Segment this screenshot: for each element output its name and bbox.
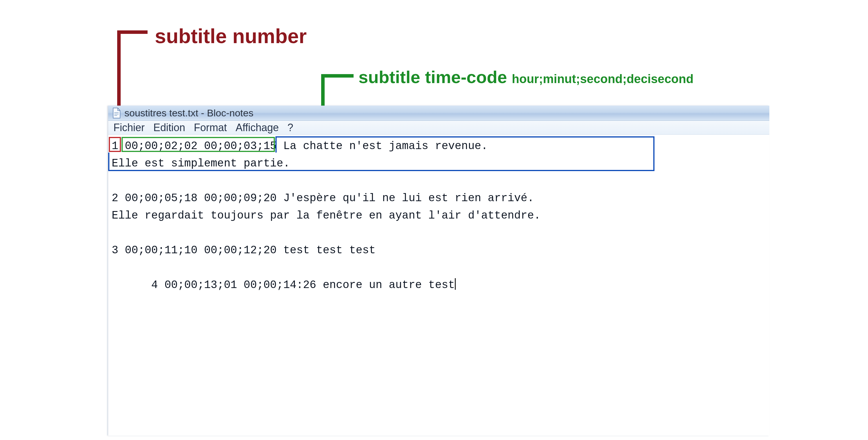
menu-fichier[interactable]: Fichier [114, 122, 145, 134]
text-area[interactable]: 1 00;00;02;02 00;00;03;15 La chatte n'es… [108, 135, 769, 436]
window-title: soustitres test.txt - Bloc-notes [124, 108, 253, 119]
content-line-text: 4 00;00;13;01 00;00;14:26 encore un autr… [151, 279, 455, 291]
blank-line [110, 224, 769, 242]
blank-line [110, 172, 769, 189]
titlebar[interactable]: soustitres test.txt - Bloc-notes [108, 106, 769, 121]
menubar: Fichier Edition Format Affichage ? [108, 121, 769, 135]
menu-affichage[interactable]: Affichage [236, 122, 279, 134]
annotation-subtitle-timecode: subtitle time-code hour;minut;second;dec… [359, 67, 693, 87]
menu-edition[interactable]: Edition [153, 122, 185, 134]
connector-line [117, 30, 148, 34]
svg-rect-0 [114, 112, 119, 113]
content-line: Elle regardait toujours par la fenêtre e… [110, 207, 769, 224]
connector-line [321, 74, 353, 78]
content-line: 4 00;00;13;01 00;00;14:26 encore un autr… [110, 259, 769, 311]
svg-rect-1 [114, 114, 119, 114]
annotation-subtitle-number: subtitle number [155, 25, 307, 48]
text-cursor [455, 278, 456, 290]
content-line: 3 00;00;11;10 00;00;12;20 test test test [110, 242, 769, 259]
annotation-subtitle-timecode-sub: hour;minut;second;decisecond [512, 72, 693, 86]
content-line: Elle est simplement partie. [110, 155, 769, 172]
content-line: 1 00;00;02;02 00;00;03;15 La chatte n'es… [110, 138, 769, 155]
content-line: 2 00;00;05;18 00;00;09;20 J'espère qu'il… [110, 189, 769, 207]
menu-format[interactable]: Format [194, 122, 227, 134]
menu-help[interactable]: ? [288, 122, 293, 134]
annotation-subtitle-timecode-main: subtitle time-code [359, 67, 507, 87]
document-icon [112, 108, 121, 119]
notepad-window: soustitres test.txt - Bloc-notes Fichier… [108, 106, 769, 436]
svg-rect-2 [114, 115, 117, 116]
